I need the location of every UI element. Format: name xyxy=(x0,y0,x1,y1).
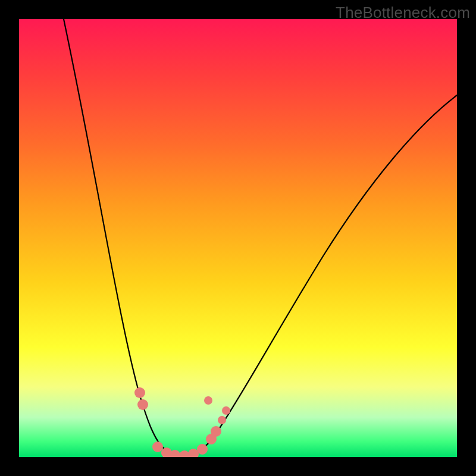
data-dot xyxy=(152,441,163,452)
right-curve xyxy=(183,95,457,456)
data-dot xyxy=(211,426,221,437)
data-dot xyxy=(204,396,212,405)
data-dot xyxy=(197,444,208,455)
chart-frame: TheBottleneck.com xyxy=(0,0,476,476)
left-curve xyxy=(64,19,183,456)
data-dot xyxy=(134,387,145,398)
data-dot xyxy=(218,416,226,424)
curve-overlay xyxy=(19,19,457,457)
watermark-text: TheBottleneck.com xyxy=(336,4,470,22)
data-dot xyxy=(137,399,148,410)
data-dot xyxy=(222,406,230,415)
plot-area xyxy=(19,19,457,457)
